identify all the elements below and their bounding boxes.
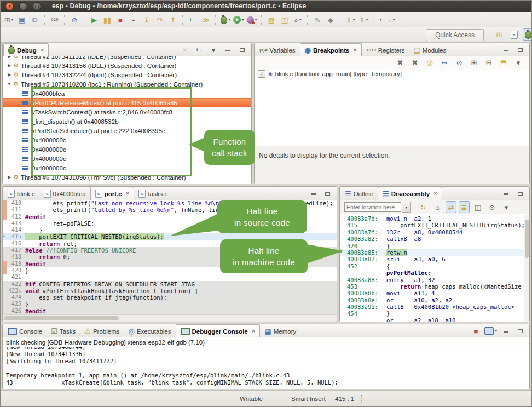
top-right-tab-modules[interactable]: ▤Modules — [409, 44, 450, 56]
code-line-410[interactable]: 410 ets_printf("Last non-recursive lock … — [3, 200, 337, 207]
disassembly-listing[interactable]: 40083a7d:movi.n a2, 1415 portEXIT_CRITIC… — [340, 215, 524, 322]
source-code-editor[interactable]: 410 ets_printf("Last non-recursive lock … — [3, 200, 337, 315]
code-line-415[interactable]: ➤415 portEXIT_CRITICAL_NESTED(irqStatus)… — [3, 233, 337, 240]
stack-frame-row[interactable]: 0x4000000c — [3, 154, 251, 163]
line-number[interactable]: 419 — [7, 261, 25, 267]
home-button[interactable]: ⌂ — [431, 201, 443, 213]
line-number[interactable]: 411 — [7, 207, 25, 213]
view-menu-button[interactable]: ▾ — [500, 201, 512, 213]
terminate-button[interactable]: ■ — [114, 14, 126, 26]
console-tab-tasks[interactable]: ☑Tasks — [47, 325, 80, 337]
maximize-button[interactable] — [321, 187, 333, 199]
quick-access-button[interactable]: Quick Access — [426, 29, 484, 41]
code-line-418[interactable]: 418 return 0; — [3, 254, 337, 260]
code-line-425[interactable]: 425} — [3, 301, 337, 307]
line-number[interactable]: 426 — [7, 308, 25, 314]
step-return-button[interactable]: ↥ — [167, 14, 179, 26]
location-dropdown-button[interactable]: ▼ — [402, 202, 411, 213]
resume-button[interactable]: ▶ — [88, 14, 100, 26]
disassembly-source-line[interactable]: 453 return heap_caps_malloc(xWantedSize — [340, 283, 524, 290]
skip-all-breakpoints-toggle[interactable]: ⊘ — [453, 57, 465, 69]
annotations-button[interactable]: ◆ — [325, 14, 337, 26]
maximize-button[interactable] — [514, 44, 526, 56]
code-line-412[interactable]: 412#endif — [3, 214, 337, 220]
editor-horizontal-scrollbar[interactable] — [3, 314, 337, 322]
console-output[interactable]: [New Thread 1073468744][New Thread 10734… — [3, 347, 529, 389]
disassembly-line[interactable]: ➤40083a85:retw.n — [340, 249, 524, 256]
editor-tab-blink-c[interactable]: cblink.c — [3, 187, 39, 200]
disassembly-line[interactable]: 40083a7f:l32r a8, 0x40080544 — [340, 229, 524, 236]
disassembly-scrollbar[interactable] — [524, 215, 529, 322]
refresh-button[interactable]: ↻ — [417, 201, 429, 213]
search-button[interactable]: ⌕▾ — [292, 14, 304, 26]
code-line-416[interactable]: 416 return ret; — [3, 240, 337, 247]
disassembly-line[interactable]: 40083a8b:movi a11, 4 — [340, 290, 524, 296]
forward-button[interactable]: →▾ — [384, 14, 396, 26]
binary-counter-button[interactable]: 010 — [49, 14, 61, 26]
breakpoints-list[interactable]: ✓◉blink.c [function: app_main] [type: Te… — [255, 69, 529, 146]
thread-row[interactable]: ▶⚙Thread #4 1073432224 (dport) (Suspende… — [3, 70, 251, 79]
remove-selected-breakpoints-button[interactable]: ✖ — [394, 57, 406, 69]
step-into-button[interactable]: ↧ — [141, 14, 153, 26]
code-line-424[interactable]: 424 esp_set_breakpoint_if_jtag(function)… — [3, 294, 337, 301]
remove-all-terminated-button[interactable]: ✕ — [179, 44, 191, 56]
link-with-debug-view-button[interactable]: ↦ — [438, 57, 450, 69]
code-line-426[interactable]: 426#endif — [3, 308, 337, 314]
console-tab-memory[interactable]: ▦Memory — [260, 325, 300, 337]
skip-all-breakpoints-button[interactable]: ⊘ — [68, 14, 80, 26]
disassembly-source-line[interactable]: 420} — [340, 243, 524, 249]
editor-tab-tasks-c[interactable]: ctasks.c — [134, 187, 172, 200]
line-number[interactable]: 417 — [7, 247, 25, 254]
line-number[interactable]: 412 — [7, 214, 25, 220]
cpp-perspective-button[interactable]: c — [508, 28, 520, 41]
location-input[interactable] — [344, 202, 401, 212]
close-tab-icon[interactable]: ✕ — [433, 191, 437, 196]
debug-button[interactable]: ▾ — [219, 14, 232, 26]
breakpoint-groups-button[interactable]: ▤ — [498, 57, 510, 69]
console-tab-debugger-console[interactable]: Debugger Console✕ — [176, 324, 261, 337]
disassembly-line[interactable]: 40083a82:callx8 a8 — [340, 236, 524, 242]
disassembly-source-line[interactable]: 415 portEXIT_CRITICAL_NESTED(irqStatus); — [340, 222, 524, 228]
code-line-417[interactable]: 417#else //!CONFIG_FREERTOS_UNICORE — [3, 247, 337, 254]
code-line-414[interactable]: 414 } — [3, 227, 337, 233]
console-tab-console[interactable]: Console — [3, 325, 47, 337]
breakpoint-row[interactable]: ✓◉blink.c [function: app_main] [type: Te… — [255, 69, 529, 79]
close-tab-icon[interactable]: ✕ — [353, 48, 357, 53]
stack-frame-row[interactable]: 0x4000000c — [3, 163, 251, 173]
instruction-stepping-mode-toggle[interactable]: i→ — [193, 44, 205, 56]
previous-edit-location-button[interactable]: ⇑▾ — [357, 14, 369, 26]
disassembly-line[interactable]: 40083a88:entry a1, 32 — [340, 277, 524, 283]
view-menu-button[interactable]: ▾ — [207, 44, 219, 56]
disassembly-line[interactable]: 40083a8e:or a10, a2, a2 — [340, 297, 524, 303]
open-element-button[interactable]: ▨ — [265, 14, 277, 26]
suspend-button[interactable]: ▮▮ — [101, 14, 113, 26]
show-source-toggle[interactable]: ≣ — [459, 201, 470, 213]
display-selected-console-button[interactable]: ▾ — [484, 325, 498, 337]
stack-frame-row[interactable]: 0x4000000c — [3, 145, 251, 154]
stack-frame-row[interactable]: _frxt_dispatch() at 0x4008532b — [3, 117, 251, 126]
line-number[interactable]: 418 — [7, 254, 25, 260]
mark-occurrences-button[interactable]: ✎ — [311, 14, 323, 26]
back-button[interactable]: ←▾ — [371, 14, 383, 26]
console-tab-problems[interactable]: ⚠Problems — [80, 325, 124, 337]
code-line-413[interactable]: 413 ret=pdFALSE; — [3, 220, 337, 227]
line-number[interactable]: 415 — [7, 233, 25, 240]
line-number[interactable]: 413 — [7, 220, 25, 227]
code-line-411[interactable]: 411 ets_printf("Called by %s line %d\n",… — [3, 207, 337, 213]
thread-row[interactable]: ▶⚙Thread #6 1073431096 (Tmr Svc) (Suspen… — [3, 173, 251, 182]
disassembly-label-line[interactable]: pvPortMalloc: — [340, 270, 524, 276]
pin-button[interactable]: ⊙ — [486, 201, 498, 213]
code-line-422[interactable]: 422#if CONFIG_FREERTOS_BREAK_ON_SCHEDULE… — [3, 281, 337, 288]
maximize-button[interactable] — [514, 325, 526, 337]
minimize-button[interactable] — [307, 187, 319, 199]
run-button[interactable]: ▾ — [233, 14, 245, 26]
editor-tab-port-c[interactable]: cport.c✕ — [90, 187, 135, 200]
close-tab-icon[interactable]: ✕ — [41, 48, 44, 53]
line-number[interactable]: 410 — [7, 200, 25, 207]
outline-tab-disassembly[interactable]: ☰Disassembly✕ — [378, 187, 442, 200]
profile-button[interactable]: ▾ — [246, 14, 258, 26]
open-new-view-button[interactable]: ◫ — [472, 201, 484, 213]
close-tab-icon[interactable]: ✕ — [126, 191, 130, 196]
minimize-button[interactable] — [500, 187, 512, 199]
maximize-button[interactable] — [236, 44, 248, 56]
